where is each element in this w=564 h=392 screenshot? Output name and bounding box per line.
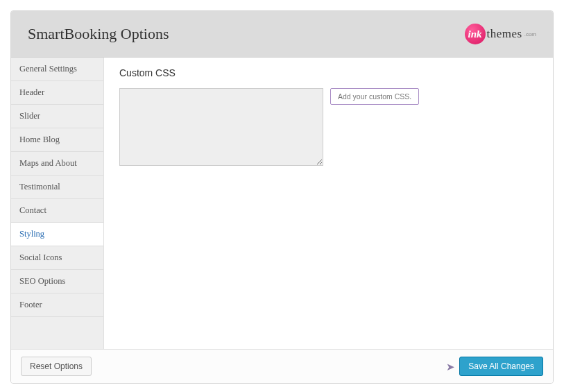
sidebar-item-home-blog[interactable]: Home Blog xyxy=(11,128,103,152)
help-tooltip: Add your custom CSS. xyxy=(330,88,419,105)
sidebar-item-slider[interactable]: Slider xyxy=(11,105,103,128)
section-title: Custom CSS xyxy=(119,67,538,78)
arrow-right-icon: ➤ xyxy=(446,361,455,372)
sidebar-item-label: Contact xyxy=(19,205,46,215)
sidebar-item-label: SEO Options xyxy=(19,276,65,286)
panel-body: General Settings Header Slider Home Blog… xyxy=(11,58,553,349)
save-wrap: ➤ Save All Changes xyxy=(446,357,543,376)
logo-subtext: .com xyxy=(524,31,536,37)
sidebar-filler xyxy=(11,317,103,349)
save-all-changes-button[interactable]: Save All Changes xyxy=(459,357,543,376)
page-title: SmartBooking Options xyxy=(28,25,169,43)
sidebar-item-label: General Settings xyxy=(19,64,77,74)
brand-logo: ink themes .com xyxy=(465,24,537,44)
sidebar-item-footer[interactable]: Footer xyxy=(11,293,103,317)
sidebar-item-label: Maps and About xyxy=(19,158,77,168)
sidebar-item-maps-and-about[interactable]: Maps and About xyxy=(11,152,103,176)
content-area: Custom CSS Add your custom CSS. xyxy=(104,58,553,349)
sidebar-item-styling[interactable]: Styling xyxy=(11,223,103,246)
sidebar-item-general-settings[interactable]: General Settings xyxy=(11,58,103,81)
sidebar-item-contact[interactable]: Contact xyxy=(11,199,103,223)
logo-text: themes xyxy=(487,27,522,41)
sidebar-item-social-icons[interactable]: Social Icons xyxy=(11,246,103,270)
options-panel: SmartBooking Options ink themes .com Gen… xyxy=(10,10,554,384)
panel-header: SmartBooking Options ink themes .com xyxy=(11,11,553,58)
sidebar-item-header[interactable]: Header xyxy=(11,81,103,105)
sidebar-item-label: Header xyxy=(19,87,44,97)
sidebar-item-seo-options[interactable]: SEO Options xyxy=(11,270,103,293)
sidebar-item-label: Testimonial xyxy=(19,182,60,191)
sidebar-item-label: Slider xyxy=(19,111,40,121)
reset-options-button[interactable]: Reset Options xyxy=(21,357,92,376)
panel-footer: Reset Options ➤ Save All Changes xyxy=(11,349,553,383)
sidebar-item-testimonial[interactable]: Testimonial xyxy=(11,176,103,199)
sidebar-item-label: Styling xyxy=(19,229,44,239)
sidebar-item-label: Home Blog xyxy=(19,135,60,144)
sidebar: General Settings Header Slider Home Blog… xyxy=(11,58,104,349)
custom-css-field-row: Add your custom CSS. xyxy=(119,88,538,166)
logo-badge-icon: ink xyxy=(465,24,486,44)
custom-css-textarea[interactable] xyxy=(119,88,323,166)
sidebar-item-label: Social Icons xyxy=(19,253,62,262)
sidebar-item-label: Footer xyxy=(19,300,42,309)
